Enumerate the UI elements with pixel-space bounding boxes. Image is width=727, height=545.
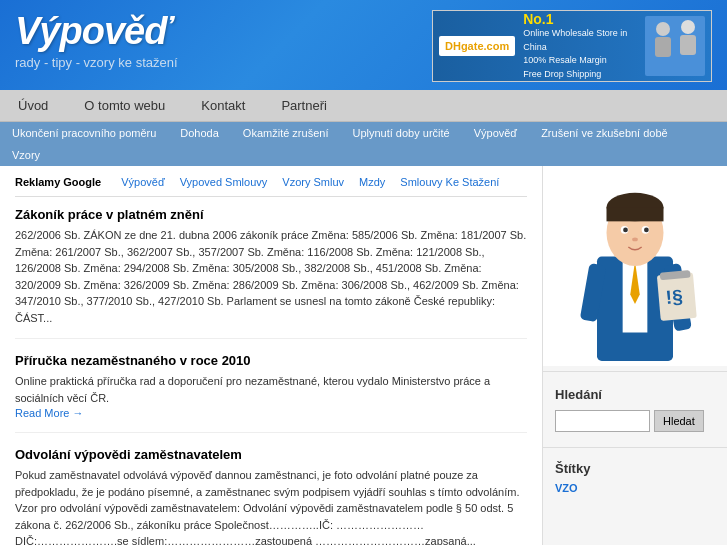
top-nav: Úvod O tomto webu Kontakt Partneři: [0, 90, 727, 122]
sidebar-divider-1: [543, 371, 727, 372]
svg-rect-1: [655, 37, 671, 57]
ad-link-mzdy[interactable]: Mzdy: [359, 176, 385, 188]
nav-link-partneri[interactable]: Partneři: [263, 90, 345, 121]
article-prirucka: Příručka nezaměstnaného v roce 2010 Onli…: [15, 353, 527, 433]
sub-nav-link-vypoved[interactable]: Výpověď: [462, 122, 529, 144]
sub-nav-link-dohoda[interactable]: Dohoda: [168, 122, 231, 144]
tags-content: VZO: [555, 482, 715, 494]
article-prirucka-title: Příručka nezaměstnaného v roce 2010: [15, 353, 527, 368]
sub-nav-item-dohoda[interactable]: Dohoda: [168, 122, 231, 144]
banner-logo: DHgate.com: [439, 36, 515, 56]
ad-link-vypoved[interactable]: Výpověď: [121, 176, 164, 188]
header-left: Výpověď rady - tipy - vzory ke stažení: [15, 10, 178, 70]
sub-nav-item-vypoved[interactable]: Výpověď: [462, 122, 529, 144]
article-zakonik-title: Zákoník práce v platném znění: [15, 207, 527, 222]
sub-nav-item-ukonceni[interactable]: Ukončení pracovního poměru: [0, 122, 168, 144]
banner-desc: Online Wholesale Store in China100% Resa…: [523, 27, 637, 81]
ad-links-row: Reklamy Google Výpověď Vypoved Smlouvy V…: [15, 176, 527, 197]
sub-nav-item-okamzite[interactable]: Okamžité zrušení: [231, 122, 341, 144]
nav-item-about[interactable]: O tomto webu: [66, 90, 183, 121]
sub-nav: Ukončení pracovního poměru Dohoda Okamži…: [0, 122, 727, 166]
nav-link-uvod[interactable]: Úvod: [0, 90, 66, 121]
article-prirucka-readmore[interactable]: Read More →: [15, 407, 83, 419]
site-header: Výpověď rady - tipy - vzory ke stažení D…: [0, 0, 727, 90]
sub-nav-link-zkusebni[interactable]: Zrušení ve zkušební době: [529, 122, 680, 144]
search-input[interactable]: [555, 410, 650, 432]
svg-point-2: [681, 20, 695, 34]
site-tagline: rady - tipy - vzory ke stažení: [15, 55, 178, 70]
sub-nav-link-uplynutí[interactable]: Uplynutí doby určité: [340, 122, 461, 144]
article-odvolani: Odvolání výpovědi zaměstnavatelem Pokud …: [15, 447, 527, 545]
nav-item-partneri[interactable]: Partneři: [263, 90, 345, 121]
svg-rect-3: [680, 35, 696, 55]
nav-link-kontakt[interactable]: Kontakt: [183, 90, 263, 121]
ad-link-vypoved-smlouvy[interactable]: Vypoved Smlouvy: [180, 176, 268, 188]
search-form: Hledat: [555, 410, 715, 432]
svg-point-0: [656, 22, 670, 36]
svg-point-14: [632, 238, 638, 242]
nav-link-about[interactable]: O tomto webu: [66, 90, 183, 121]
banner-area[interactable]: DHgate.com No.1 Online Wholesale Store i…: [432, 10, 712, 82]
tags-widget-title: Štítky: [555, 461, 715, 476]
sub-nav-link-ukonceni[interactable]: Ukončení pracovního poměru: [0, 122, 168, 144]
article-odvolani-title: Odvolání výpovědi zaměstnavatelem: [15, 447, 527, 462]
svg-point-12: [623, 228, 628, 233]
banner-no1: No.1: [523, 11, 637, 27]
article-zakonik-body: 262/2006 Sb. ZÁKON ze dne 21. dubna 2006…: [15, 227, 527, 326]
sidebar-divider-2: [543, 447, 727, 448]
sidebar: !§ Hledání Hledat Štítky VZO: [542, 166, 727, 545]
search-button[interactable]: Hledat: [654, 410, 704, 432]
top-nav-list: Úvod O tomto webu Kontakt Partneři: [0, 90, 727, 121]
nav-item-uvod[interactable]: Úvod: [0, 90, 66, 121]
sub-nav-item-zkusebni[interactable]: Zrušení ve zkušební době: [529, 122, 680, 144]
search-widget: Hledání Hledat: [543, 377, 727, 442]
ad-link-vzory-smluv[interactable]: Vzory Smluv: [282, 176, 344, 188]
sub-nav-item-vzory[interactable]: Vzory: [0, 144, 52, 166]
article-zakonik: Zákoník práce v platném znění 262/2006 S…: [15, 207, 527, 339]
search-widget-title: Hledání: [555, 387, 715, 402]
ad-label: Reklamy Google: [15, 176, 101, 188]
nav-item-kontakt[interactable]: Kontakt: [183, 90, 263, 121]
svg-point-13: [644, 228, 649, 233]
sub-nav-item-uplynutí[interactable]: Uplynutí doby určité: [340, 122, 461, 144]
site-title: Výpověď: [15, 10, 178, 53]
svg-rect-9: [607, 207, 664, 221]
tag-vzo[interactable]: VZO: [555, 482, 578, 494]
svg-text:!§: !§: [665, 286, 684, 308]
sub-nav-link-vzory[interactable]: Vzory: [0, 144, 52, 166]
banner-image: [645, 16, 705, 76]
main-content: Reklamy Google Výpověď Vypoved Smlouvy V…: [0, 166, 542, 545]
content-wrap: Reklamy Google Výpověď Vypoved Smlouvy V…: [0, 166, 727, 545]
sub-nav-list: Ukončení pracovního poměru Dohoda Okamži…: [0, 122, 727, 166]
tags-widget: Štítky VZO: [543, 453, 727, 502]
article-odvolani-body: Pokud zaměstnavatel odvolává výpověď dan…: [15, 467, 527, 545]
article-prirucka-body: Online praktická příručka rad a doporuče…: [15, 373, 527, 406]
sub-nav-link-okamzite[interactable]: Okamžité zrušení: [231, 122, 341, 144]
person-image: !§: [543, 166, 727, 366]
ad-link-smlouvy-ke-stazeni[interactable]: Smlouvy Ke Stažení: [400, 176, 499, 188]
